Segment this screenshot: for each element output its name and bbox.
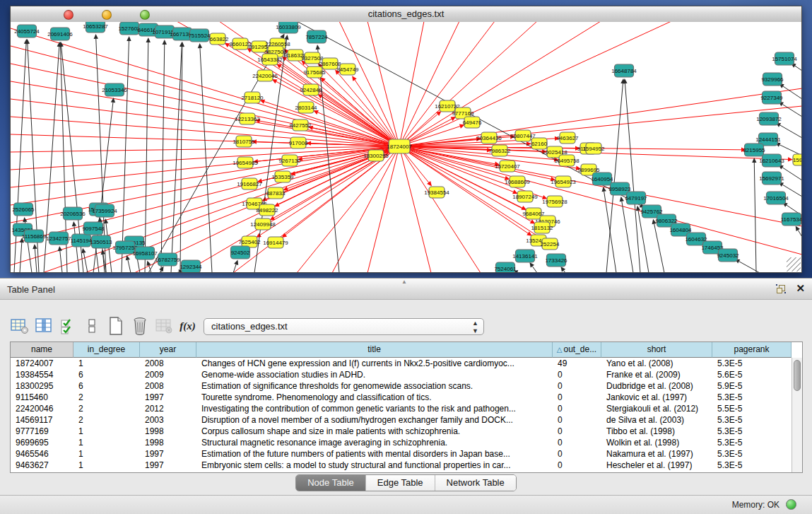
- graph-node[interactable]: 9267130: [278, 155, 301, 166]
- window-titlebar[interactable]: citations_edges.txt: [11, 6, 801, 23]
- graph-node[interactable]: 62160: [531, 138, 548, 149]
- table-row[interactable]: 977716911998Corpus callosum shape and si…: [11, 426, 792, 437]
- delete-column-disabled-icon[interactable]: [154, 317, 173, 336]
- graph-node[interactable]: 1292344: [180, 260, 202, 272]
- tab-network-table[interactable]: Network Table: [435, 475, 516, 491]
- graph-node[interactable]: 1145194: [71, 234, 93, 247]
- graph-node[interactable]: 19166827: [237, 178, 262, 189]
- graph-node[interactable]: 12342757: [46, 232, 71, 245]
- graph-node[interactable]: 252254: [541, 238, 560, 250]
- graph-node[interactable]: 2803144: [295, 102, 317, 113]
- graph-node[interactable]: 12093872: [756, 112, 782, 125]
- table-row[interactable]: 969969511998Structural magnetic resonanc…: [11, 437, 792, 448]
- graph-node[interactable]: 15692971: [759, 172, 784, 185]
- graph-node[interactable]: 8454749: [336, 64, 359, 75]
- graph-node[interactable]: 9329966: [761, 73, 784, 86]
- show-columns-icon[interactable]: [34, 317, 53, 336]
- zoom-window-icon[interactable]: [140, 10, 150, 20]
- graph-node[interactable]: 9463627: [556, 132, 579, 144]
- graph-node[interactable]: 16033809: [276, 22, 301, 33]
- delete-table-icon[interactable]: [130, 317, 149, 336]
- graph-node[interactable]: 9245032: [717, 249, 739, 262]
- graph-node[interactable]: 21053346: [102, 83, 127, 96]
- graph-node[interactable]: 8427552: [289, 119, 312, 131]
- graph-node[interactable]: 20691406: [47, 28, 73, 40]
- create-table-icon[interactable]: [106, 317, 125, 336]
- table-row[interactable]: 911546021997Tourette syndrome. Phenomeno…: [11, 392, 792, 403]
- graph-node[interactable]: 19654985: [233, 157, 258, 168]
- select-all-columns-icon[interactable]: [58, 317, 77, 336]
- graph-node[interactable]: 1350513: [90, 235, 112, 248]
- graph-node[interactable]: 16648784: [611, 64, 637, 77]
- table-row[interactable]: 2242004622012Investigating the contribut…: [11, 403, 792, 414]
- table-row[interactable]: 946362711997Embryonic stem cells: a mode…: [11, 460, 792, 471]
- table-row[interactable]: 946554611997Estimation of the future num…: [11, 448, 792, 460]
- graph-node[interactable]: 18724007: [387, 139, 412, 153]
- column-header-title[interactable]: title: [196, 342, 553, 358]
- row-height-icon[interactable]: [82, 317, 101, 336]
- graph-node[interactable]: 8215955: [743, 144, 765, 156]
- table-row[interactable]: 1456911722003Disruption of a novel membe…: [11, 414, 792, 426]
- table-scrollbar[interactable]: [792, 358, 802, 472]
- table-row[interactable]: 1938455462009Genome-wide association stu…: [11, 369, 792, 380]
- graph-node[interactable]: 10653287: [83, 22, 108, 33]
- graph-node[interactable]: 15958: [793, 154, 801, 165]
- graph-node[interactable]: 16958107: [132, 247, 158, 259]
- graph-node[interactable]: 649476: [463, 117, 482, 128]
- graph-node[interactable]: 19654923: [551, 176, 576, 187]
- close-window-icon[interactable]: [64, 10, 73, 20]
- column-header-name[interactable]: name: [11, 342, 73, 358]
- column-header-pagerank[interactable]: pagerank: [712, 342, 792, 358]
- splitter-handle-icon[interactable]: ▲: [400, 279, 408, 284]
- graph-node[interactable]: 2526065: [12, 203, 35, 216]
- graph-node[interactable]: 12409948: [250, 218, 276, 230]
- graph-node[interactable]: 924502: [231, 246, 250, 259]
- graph-node[interactable]: 7515524: [188, 29, 211, 42]
- graph-node[interactable]: 2718120: [241, 92, 264, 103]
- table-settings-icon[interactable]: [10, 317, 29, 336]
- table-row[interactable]: 1830029562008Estimation of significance …: [11, 380, 792, 392]
- graph-node[interactable]: 6479197: [625, 192, 647, 204]
- graph-node[interactable]: 1167534: [781, 213, 801, 226]
- graph-node[interactable]: 15751074: [772, 52, 797, 65]
- graph-node[interactable]: 9227349: [760, 91, 783, 104]
- column-header-outde[interactable]: △out_de...: [553, 342, 601, 358]
- float-panel-icon[interactable]: [775, 284, 787, 295]
- graph-node[interactable]: 10688609: [505, 176, 530, 187]
- graph-node[interactable]: 14136141: [512, 250, 538, 262]
- graph-node[interactable]: 16782759: [155, 253, 180, 266]
- graph-node[interactable]: 15720407: [495, 160, 520, 172]
- graph-node[interactable]: 9097548: [82, 222, 105, 235]
- close-panel-icon[interactable]: ✕: [796, 282, 805, 295]
- graph-node[interactable]: 7986322: [488, 145, 511, 156]
- function-builder-icon[interactable]: f(x): [178, 317, 197, 336]
- graph-node[interactable]: 11156869: [22, 230, 47, 243]
- graph-node[interactable]: 917008: [289, 137, 308, 148]
- network-canvas[interactable]: 1872400776638228660123891295422260558982…: [11, 22, 801, 272]
- graph-node[interactable]: 1535359: [271, 171, 294, 182]
- graph-node[interactable]: 1640954: [591, 173, 613, 185]
- window-resize-grip[interactable]: [787, 257, 801, 271]
- graph-node[interactable]: 16914479: [263, 237, 288, 248]
- graph-node[interactable]: 17359924: [92, 204, 117, 217]
- graph-node[interactable]: 17016504: [763, 192, 789, 204]
- tab-edge-table[interactable]: Edge Table: [366, 475, 435, 491]
- tab-node-table[interactable]: Node Table: [296, 475, 366, 491]
- column-header-short[interactable]: short: [601, 342, 712, 358]
- graph-node[interactable]: 1733426: [545, 254, 567, 267]
- graph-node[interactable]: 9242848: [300, 84, 322, 95]
- table-select-dropdown[interactable]: citations_edges.txt ▲▼: [204, 318, 484, 335]
- graph-node[interactable]: 20364436: [476, 132, 502, 144]
- graph-node[interactable]: 1594952: [582, 143, 605, 154]
- column-header-indegree[interactable]: in_degree: [73, 342, 140, 358]
- graph-node[interactable]: 887833: [266, 187, 286, 199]
- graph-node[interactable]: 7524061: [494, 262, 517, 272]
- graph-node[interactable]: 24055724: [14, 25, 40, 37]
- graph-node[interactable]: 7857224: [305, 30, 328, 43]
- graph-node[interactable]: 1810755: [233, 136, 255, 147]
- table-row[interactable]: 1872400712008Changes of HCN gene express…: [11, 358, 792, 369]
- graph-node[interactable]: 16210643: [759, 154, 784, 167]
- minimize-window-icon[interactable]: [102, 10, 112, 20]
- column-header-year[interactable]: year: [140, 342, 196, 358]
- graph-node[interactable]: 19384554: [424, 187, 449, 198]
